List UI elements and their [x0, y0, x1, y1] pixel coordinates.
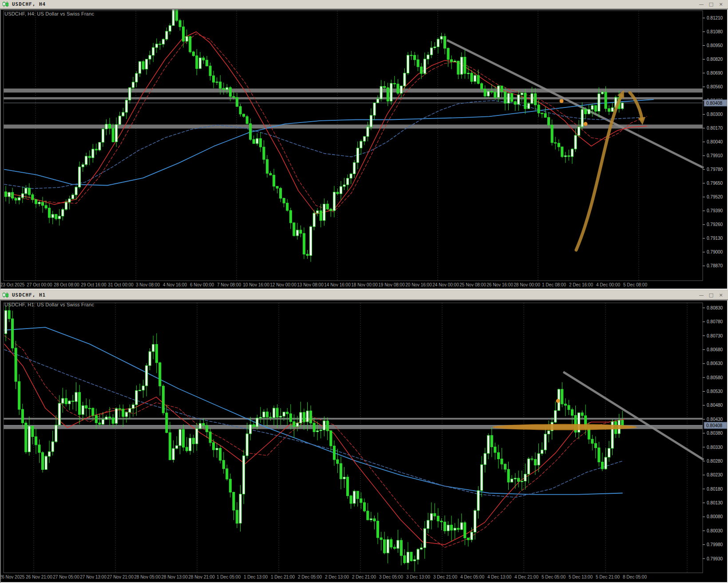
svg-text:0.80560: 0.80560: [707, 84, 723, 89]
svg-text:3 Dec 05:00: 3 Dec 05:00: [379, 575, 403, 579]
svg-text:5 Dec 05:00: 5 Dec 05:00: [542, 575, 566, 579]
svg-text:13 Nov 08:00: 13 Nov 08:00: [297, 282, 324, 287]
svg-text:1 Dec 08:00: 1 Dec 08:00: [542, 282, 566, 287]
svg-text:0.79980: 0.79980: [707, 542, 723, 547]
svg-text:26 Nov 2025: 26 Nov 2025: [1, 575, 25, 579]
svg-text:27 Nov 05:00: 27 Nov 05:00: [53, 575, 79, 579]
svg-text:7 Nov 08:00: 7 Nov 08:00: [217, 282, 241, 287]
window-title: USDCHF, H4: [12, 1, 46, 7]
svg-text:0.80030: 0.80030: [707, 528, 723, 533]
close-button[interactable]: ×: [716, 1, 725, 7]
svg-text:28 Nov 00:00: 28 Nov 00:00: [514, 282, 540, 287]
svg-text:3 Dec 21:00: 3 Dec 21:00: [433, 575, 457, 579]
svg-text:27 Oct 00:00: 27 Oct 00:00: [27, 282, 52, 287]
chart-symbol-label: USDCHF, H4: US Dollar vs Swiss Franc: [4, 11, 94, 16]
svg-text:28 Nov 21:00: 28 Nov 21:00: [188, 575, 215, 579]
window-controls: — □ ×: [697, 292, 728, 298]
svg-text:2 Dec 21:00: 2 Dec 21:00: [352, 575, 376, 579]
svg-text:2 Dec 05:00: 2 Dec 05:00: [298, 575, 322, 579]
svg-text:1 Dec 21:00: 1 Dec 21:00: [271, 575, 295, 579]
window-title: USDCHF, H1: [12, 292, 46, 298]
price-chart-h1[interactable]: 0.808300.807800.807300.806800.806300.805…: [1, 301, 727, 582]
svg-text:0.79930: 0.79930: [707, 556, 723, 561]
svg-text:27 Nov 21:00: 27 Nov 21:00: [107, 575, 134, 579]
svg-text:2 Dec 16:00: 2 Dec 16:00: [569, 282, 593, 287]
candlestick-chart-icon: [2, 1, 9, 7]
svg-text:0.79260: 0.79260: [707, 222, 723, 227]
svg-text:0.80680: 0.80680: [707, 347, 723, 352]
svg-text:25 Nov 08:00: 25 Nov 08:00: [459, 282, 486, 287]
svg-text:5 Dec 08:00: 5 Dec 08:00: [623, 282, 647, 287]
svg-text:19 Nov 08:00: 19 Nov 08:00: [378, 282, 405, 287]
svg-text:4 Dec 21:00: 4 Dec 21:00: [514, 575, 538, 579]
svg-text:14 Nov 16:00: 14 Nov 16:00: [324, 282, 351, 287]
window-titlebar-h4[interactable]: USDCHF, H4 — □ ×: [0, 0, 728, 9]
svg-text:0.80330: 0.80330: [707, 445, 723, 450]
svg-text:24 Nov 00:00: 24 Nov 00:00: [432, 282, 459, 287]
svg-text:26 Nov 21:00: 26 Nov 21:00: [26, 575, 52, 579]
svg-text:0.80408: 0.80408: [706, 101, 723, 106]
svg-text:1 Dec 05:00: 1 Dec 05:00: [217, 575, 241, 579]
svg-text:0.80630: 0.80630: [707, 361, 723, 366]
close-button[interactable]: ×: [716, 292, 725, 298]
svg-text:28 Nov 05:00: 28 Nov 05:00: [134, 575, 161, 579]
window-titlebar-h1[interactable]: USDCHF, H1 — □ ×: [0, 291, 728, 300]
svg-text:0.79780: 0.79780: [707, 167, 723, 172]
svg-text:0.80130: 0.80130: [707, 500, 723, 505]
svg-text:26 Nov 16:00: 26 Nov 16:00: [487, 282, 513, 287]
svg-text:8 Dec 05:00: 8 Dec 05:00: [623, 575, 647, 579]
price-chart-h4[interactable]: 0.812100.810800.809500.808200.806900.805…: [1, 10, 727, 289]
svg-text:0.80280: 0.80280: [707, 459, 723, 464]
chart-area-h1[interactable]: USDCHF, H1: US Dollar vs Swiss Franc 0.8…: [0, 300, 728, 583]
svg-text:0.80080: 0.80080: [707, 514, 723, 519]
svg-text:2 Dec 13:00: 2 Dec 13:00: [325, 575, 349, 579]
svg-text:29 Oct 16:00: 29 Oct 16:00: [81, 282, 107, 287]
svg-text:0.80480: 0.80480: [707, 403, 723, 408]
svg-text:0.79390: 0.79390: [707, 208, 723, 213]
svg-text:20 Nov 16:00: 20 Nov 16:00: [405, 282, 432, 287]
svg-text:4 Dec 13:00: 4 Dec 13:00: [487, 575, 511, 579]
svg-text:0.81210: 0.81210: [707, 16, 723, 20]
svg-text:10 Nov 16:00: 10 Nov 16:00: [243, 282, 269, 287]
svg-text:27 Nov 13:00: 27 Nov 13:00: [80, 575, 107, 579]
minimize-button[interactable]: —: [697, 292, 706, 298]
svg-text:31 Oct 00:00: 31 Oct 00:00: [108, 282, 134, 287]
svg-text:4 Dec 00:00: 4 Dec 00:00: [596, 282, 620, 287]
svg-text:1 Dec 13:00: 1 Dec 13:00: [244, 575, 268, 579]
svg-text:18 Nov 00:00: 18 Nov 00:00: [351, 282, 378, 287]
chart-window-h1: USDCHF, H1 — □ × USDCHF, H1: US Dollar v…: [0, 291, 728, 583]
svg-text:0.80950: 0.80950: [707, 43, 723, 48]
svg-text:0.80180: 0.80180: [707, 487, 723, 492]
svg-text:0.81080: 0.81080: [707, 29, 723, 34]
svg-text:0.79520: 0.79520: [707, 194, 723, 199]
svg-text:0.80820: 0.80820: [707, 57, 723, 62]
svg-text:5 Dec 13:00: 5 Dec 13:00: [569, 575, 593, 579]
maximize-button[interactable]: □: [707, 1, 716, 7]
svg-text:28 Oct 08:00: 28 Oct 08:00: [54, 282, 79, 287]
svg-text:0.79000: 0.79000: [707, 250, 723, 254]
svg-text:0.80170: 0.80170: [707, 126, 723, 131]
svg-text:0.80380: 0.80380: [707, 431, 723, 436]
svg-text:0.79130: 0.79130: [707, 236, 723, 241]
svg-text:28 Nov 13:00: 28 Nov 13:00: [161, 575, 188, 579]
minimize-button[interactable]: —: [697, 1, 706, 7]
svg-text:0.79650: 0.79650: [707, 181, 723, 186]
svg-text:0.79910: 0.79910: [707, 153, 723, 158]
svg-text:0.78870: 0.78870: [707, 263, 723, 268]
svg-text:0.80530: 0.80530: [707, 389, 723, 394]
window-controls: — □ ×: [697, 1, 728, 7]
svg-text:12 Nov 00:00: 12 Nov 00:00: [270, 282, 297, 287]
svg-text:0.80300: 0.80300: [707, 112, 723, 117]
svg-text:0.80730: 0.80730: [707, 333, 723, 338]
chart-area-h4[interactable]: USDCHF, H4: US Dollar vs Swiss Franc 0.8…: [0, 9, 728, 290]
svg-text:4 Dec 05:00: 4 Dec 05:00: [460, 575, 484, 579]
svg-text:0.80408: 0.80408: [706, 423, 723, 428]
svg-text:3 Nov 08:00: 3 Nov 08:00: [136, 282, 160, 287]
candlestick-chart-icon: [2, 292, 9, 298]
maximize-button[interactable]: □: [707, 292, 716, 298]
svg-text:5 Dec 21:00: 5 Dec 21:00: [596, 575, 620, 579]
chart-window-h4: USDCHF, H4 — □ × USDCHF, H4: US Dollar v…: [0, 0, 728, 291]
svg-text:0.80780: 0.80780: [707, 319, 723, 324]
svg-text:0.80230: 0.80230: [707, 472, 723, 477]
svg-text:4 Nov 16:00: 4 Nov 16:00: [163, 282, 187, 287]
